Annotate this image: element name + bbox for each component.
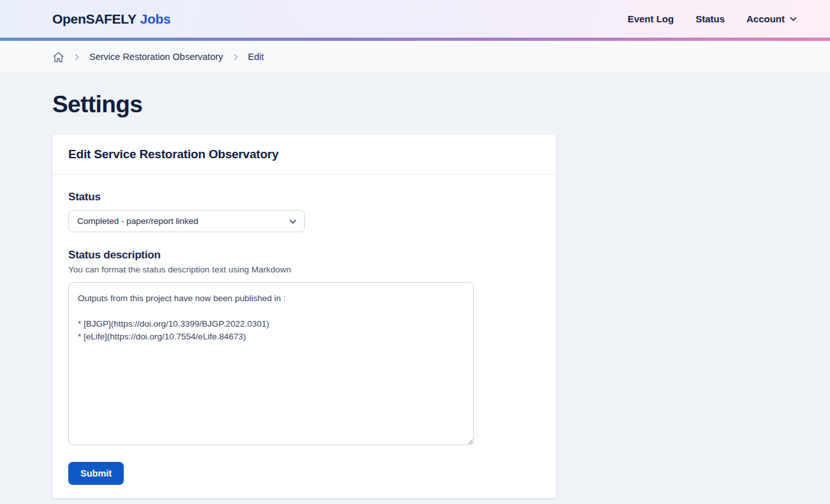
brand-name-primary: OpenSAFELY: [52, 11, 137, 27]
card-header: Edit Service Restoration Observatory: [52, 135, 556, 175]
brand-name-secondary: Jobs: [140, 11, 171, 27]
card-title: Edit Service Restoration Observatory: [68, 147, 540, 161]
nav-item-event-log[interactable]: Event Log: [628, 13, 674, 24]
nav-item-account-dropdown[interactable]: Account: [746, 13, 797, 24]
card-body: Status Completed - paper/report linked S…: [52, 175, 556, 498]
nav-item-label: Status: [695, 13, 725, 24]
site-header: OpenSAFELY Jobs Event Log Status Account: [0, 0, 830, 38]
status-description-textarea[interactable]: Outputs from this project have now been …: [68, 282, 474, 445]
status-select-wrap: Completed - paper/report linked: [68, 210, 305, 232]
nav-item-status[interactable]: Status: [695, 13, 725, 24]
chevron-down-icon: [789, 15, 797, 23]
chevron-right-icon: [231, 52, 241, 62]
main-nav: Event Log Status Account: [628, 13, 797, 24]
page-title: Settings: [52, 91, 830, 118]
breadcrumb-item-edit: Edit: [248, 52, 264, 62]
edit-settings-card: Edit Service Restoration Observatory Sta…: [52, 135, 556, 498]
status-field: Status Completed - paper/report linked: [68, 191, 540, 232]
breadcrumb-item-project[interactable]: Service Restoration Observatory: [89, 52, 223, 62]
status-label: Status: [68, 191, 540, 204]
nav-item-label: Event Log: [628, 13, 674, 24]
chevron-right-icon: [72, 52, 82, 62]
main-content: Settings Edit Service Restoration Observ…: [0, 73, 830, 504]
breadcrumb: Service Restoration Observatory Edit: [0, 41, 830, 73]
status-description-field: Status description You can format the st…: [68, 249, 540, 445]
status-description-label: Status description: [68, 249, 540, 262]
status-select[interactable]: Completed - paper/report linked: [68, 210, 305, 232]
home-icon[interactable]: [52, 51, 64, 63]
status-description-help: You can format the status description te…: [68, 265, 540, 274]
submit-button[interactable]: Submit: [68, 462, 124, 485]
brand-logo[interactable]: OpenSAFELY Jobs: [52, 11, 170, 27]
nav-item-label: Account: [746, 13, 785, 24]
